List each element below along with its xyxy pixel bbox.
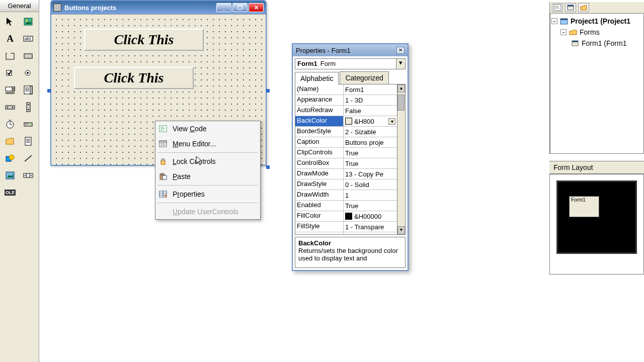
toggle-folders-button[interactable] [578, 3, 589, 12]
dirlistbox-tool[interactable] [1, 133, 19, 150]
selection-handle[interactable] [47, 89, 51, 93]
properties-close-button[interactable]: ✕ [396, 47, 405, 54]
close-button[interactable]: ✕ [249, 3, 264, 12]
property-value[interactable]: MS Sans Serif▾ [344, 232, 397, 234]
minimize-button[interactable]: _ [216, 3, 231, 12]
tree-forms-folder[interactable]: − Forms [551, 27, 642, 38]
property-row[interactable]: DrawMode13 - Copy Pe [295, 169, 397, 179]
tree-form1[interactable]: Form1 (Form1 [551, 38, 642, 49]
scroll-thumb[interactable] [397, 95, 405, 111]
tree-toggle-icon[interactable]: − [551, 18, 557, 24]
properties-scrollbar[interactable]: ▴ ▾ [397, 84, 405, 234]
property-row[interactable]: Appearance1 - 3D [295, 95, 397, 106]
form-titlebar[interactable]: Buttons projects _ ❐ ✕ [51, 1, 266, 14]
tab-alphabetic[interactable]: Alphabetic [295, 72, 339, 84]
label-tool[interactable]: A [1, 30, 19, 47]
tree-toggle-icon[interactable]: − [560, 29, 567, 35]
picturebox-tool[interactable] [19, 13, 37, 30]
line-tool[interactable] [19, 150, 37, 167]
selection-handle[interactable] [266, 165, 270, 169]
property-value[interactable]: True [344, 201, 397, 211]
property-value[interactable]: True [344, 158, 397, 168]
property-value[interactable]: Buttons proje [344, 137, 397, 147]
svg-rect-27 [25, 124, 28, 124]
scroll-up-button[interactable]: ▴ [397, 84, 405, 93]
property-value[interactable]: &H800▾ [344, 116, 397, 126]
timer-tool[interactable] [1, 116, 19, 133]
property-value[interactable]: Form1 [344, 84, 397, 95]
dropdown-arrow-icon[interactable]: ▾ [388, 118, 395, 125]
ole-tool[interactable]: OLE [1, 184, 19, 201]
checkbox-tool[interactable] [1, 64, 19, 81]
property-row[interactable]: DrawStyle0 - Solid [295, 179, 397, 190]
view-code-button[interactable] [552, 3, 563, 12]
data-tool[interactable] [19, 167, 37, 184]
property-row[interactable]: FontMS Sans Serif▾ [295, 232, 397, 234]
property-row[interactable]: FillColor&H00000 [295, 211, 397, 222]
property-row[interactable]: EnabledTrue [295, 201, 397, 211]
mini-form-preview[interactable]: Form1 [569, 196, 599, 217]
pointer-tool[interactable] [1, 13, 19, 30]
textbox-tool[interactable]: ab| [19, 30, 37, 47]
button-click-this-2[interactable]: Click This [74, 67, 194, 89]
maximize-button[interactable]: ❐ [232, 3, 248, 12]
property-value[interactable]: 13 - Copy Pe [344, 169, 397, 179]
image-tool[interactable] [1, 167, 19, 184]
property-value[interactable]: 1 - Transpare [344, 222, 397, 232]
property-name: DrawMode [295, 169, 344, 179]
property-value-text: 1 - Transpare [345, 223, 384, 231]
property-row[interactable]: BorderStyle2 - Sizable [295, 127, 397, 137]
dropdown-arrow-icon[interactable]: ▾ [396, 59, 405, 69]
property-name: FillColor [295, 211, 344, 221]
object-selector[interactable]: Form1 Form ▾ [295, 58, 406, 69]
dropdown-arrow-icon[interactable]: ▾ [388, 234, 395, 235]
object-type: Form [319, 59, 396, 69]
form-layout-body[interactable]: Form1 [549, 174, 644, 275]
optionbutton-tool[interactable] [19, 64, 37, 81]
properties-tabs: Alphabetic Categorized [295, 71, 406, 84]
menu-view-code[interactable]: View Code [155, 121, 260, 136]
listbox-tool[interactable] [19, 81, 37, 99]
property-value[interactable]: &H00000 [344, 211, 397, 221]
scroll-down-button[interactable]: ▾ [397, 226, 405, 234]
hscrollbar-tool[interactable] [1, 99, 19, 116]
properties-grid[interactable]: (Name)Form1Appearance1 - 3DAutoRedrawFal… [295, 84, 397, 234]
tree-label: Form1 (Form1 [582, 39, 626, 47]
view-object-button[interactable] [565, 3, 576, 12]
menu-menu-editor[interactable]: Menu Editor... [155, 136, 260, 151]
property-value[interactable]: 1 [344, 190, 397, 200]
tree-project-root[interactable]: − Project1 (Project1 [551, 16, 642, 27]
property-value[interactable]: False [344, 106, 397, 116]
property-value[interactable]: True [344, 148, 397, 158]
folder-icon [569, 28, 578, 36]
property-value[interactable]: 2 - Sizable [344, 127, 397, 137]
property-row[interactable]: ControlBoxTrue [295, 158, 397, 169]
menu-lock-controls[interactable]: Lock Controls [155, 154, 260, 169]
filelistbox-tool[interactable] [19, 133, 37, 150]
property-row[interactable]: CaptionButtons proje [295, 137, 397, 148]
properties-titlebar[interactable]: Properties - Form1 ✕ [293, 44, 408, 56]
property-row[interactable]: FillStyle1 - Transpare [295, 222, 397, 232]
property-row[interactable]: ClipControlsTrue [295, 148, 397, 158]
desc-property-text: Returns/sets the background color used t… [298, 247, 398, 262]
property-row[interactable]: DrawWidth1 [295, 190, 397, 201]
property-row[interactable]: (Name)Form1 [295, 84, 397, 95]
vscrollbar-tool[interactable] [19, 99, 37, 116]
property-value[interactable]: 0 - Solid [344, 179, 397, 190]
paste-icon [157, 172, 169, 181]
button-click-this-1[interactable]: Click This [84, 29, 204, 51]
selection-handle[interactable] [266, 89, 270, 93]
menu-properties[interactable]: Properties [155, 187, 260, 202]
project-tree[interactable]: − Project1 (Project1 − Forms Form1 (Form… [550, 13, 644, 154]
drivelistbox-tool[interactable] [19, 116, 37, 133]
combobox-tool[interactable] [1, 81, 19, 99]
commandbutton-tool[interactable] [19, 47, 37, 64]
frame-tool[interactable] [1, 47, 19, 64]
properties-window: Properties - Form1 ✕ Form1 Form ▾ Alphab… [292, 43, 409, 271]
menu-paste[interactable]: Paste [155, 169, 260, 184]
shape-tool[interactable] [1, 150, 19, 167]
property-row[interactable]: AutoRedrawFalse [295, 106, 397, 116]
property-value[interactable]: 1 - 3D [344, 95, 397, 105]
property-row[interactable]: BackColor&H800▾ [295, 116, 397, 127]
tab-categorized[interactable]: Categorized [340, 71, 389, 84]
